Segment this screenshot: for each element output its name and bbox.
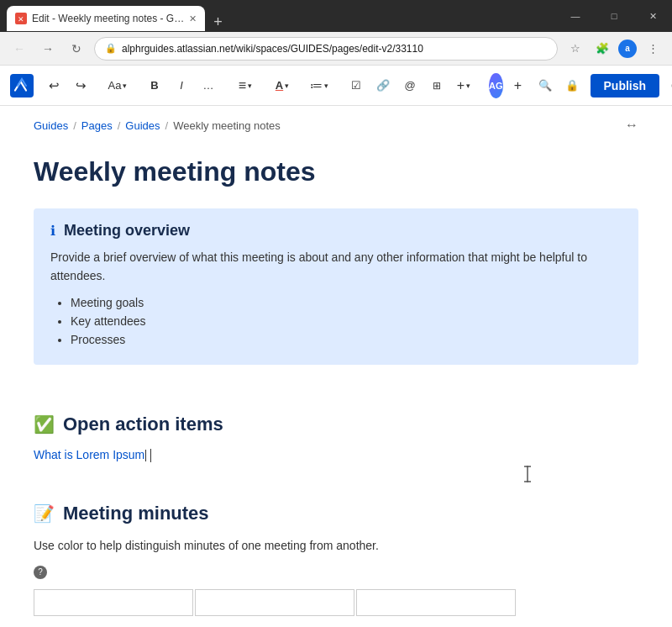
address-bar[interactable]: 🔒 alphrguides.atlassian.net/wiki/spaces/… xyxy=(94,37,558,61)
align-chevron: ▾ xyxy=(248,82,252,90)
extensions-button[interactable]: 🧩 xyxy=(591,38,613,60)
lists-button[interactable]: ≔ ▾ xyxy=(307,73,331,98)
browser-menu-button[interactable]: ⋮ xyxy=(642,38,664,60)
new-tab-button[interactable]: + xyxy=(208,13,228,31)
meeting-minutes-description: Use color to help distinguish minutes of… xyxy=(34,536,638,555)
help-icon[interactable]: ? xyxy=(34,566,47,579)
title-bar: ✕ Edit - Weekly meeting notes - G… ✕ + —… xyxy=(0,0,672,32)
meeting-minutes-title: Meeting minutes xyxy=(63,503,209,524)
text-style-chevron: ▾ xyxy=(123,82,127,90)
text-style-button[interactable]: Aa ▾ xyxy=(106,73,129,98)
browser-actions: ☆ 🧩 a ⋮ xyxy=(564,38,664,60)
add-collaborator-button[interactable]: + xyxy=(507,73,530,98)
page-title[interactable]: Weekly meeting notes xyxy=(34,155,638,188)
breadcrumb: Guides / Pages / Guides / Weekly meeting… xyxy=(34,106,638,141)
bold-label: B xyxy=(150,79,158,92)
color-chevron: ▾ xyxy=(285,82,289,90)
redo-button[interactable]: ↪ xyxy=(69,73,92,98)
list-item: Meeting goals xyxy=(71,296,622,309)
insert-plus-icon: + xyxy=(457,78,465,93)
breadcrumb-expand-btn[interactable]: ↔ xyxy=(625,118,638,133)
breadcrumb-sep-3: / xyxy=(165,119,169,132)
undo-button[interactable]: ↩ xyxy=(42,73,66,98)
text-cursor xyxy=(145,450,146,461)
breadcrumb-guides2-link[interactable]: Guides xyxy=(125,119,160,132)
text-style-label: Aa xyxy=(108,79,122,92)
section-spacing-1 xyxy=(34,388,638,414)
forward-button[interactable]: → xyxy=(37,38,59,60)
insert-checkbox-button[interactable]: ☑ xyxy=(344,73,368,98)
insert-mention-button[interactable]: @ xyxy=(398,73,422,98)
close-button[interactable]: Close xyxy=(663,74,672,97)
breadcrumb-guides-link[interactable]: Guides xyxy=(34,119,68,132)
window-controls: — □ ✕ xyxy=(556,0,672,32)
breadcrumb-sep-2: / xyxy=(118,119,121,132)
lists-chevron: ▾ xyxy=(324,82,328,90)
text-cursor-svg xyxy=(521,464,534,487)
browser-controls: ← → ↻ 🔒 alphrguides.atlassian.net/wiki/s… xyxy=(0,32,672,66)
more-text-button[interactable]: … xyxy=(197,73,220,98)
breadcrumb-pages-link[interactable]: Pages xyxy=(81,119,113,132)
reload-button[interactable]: ↻ xyxy=(66,38,87,60)
window-minimize-btn[interactable]: — xyxy=(556,0,595,32)
table-icon: ⊞ xyxy=(433,80,441,92)
text-color-label: A xyxy=(276,79,283,92)
insert-link-button[interactable]: 🔗 xyxy=(371,73,395,98)
mention-icon: @ xyxy=(404,79,415,92)
tab-close-btn[interactable]: ✕ xyxy=(189,13,197,24)
action-items-link[interactable]: What is Lorem Ipsum xyxy=(34,448,144,462)
breadcrumb-sep-1: / xyxy=(73,119,76,132)
breadcrumb-current: Weekly meeting notes xyxy=(173,119,281,132)
insert-more-button[interactable]: + ▾ xyxy=(452,73,475,98)
page-content: Guides / Pages / Guides / Weekly meeting… xyxy=(0,106,672,627)
tab-title: Edit - Weekly meeting notes - G… xyxy=(32,13,184,24)
meeting-minutes-icon: 📝 xyxy=(34,503,55,524)
open-action-items-header: ✅ Open action items xyxy=(34,414,638,435)
table-area xyxy=(34,589,638,616)
svg-text:✕: ✕ xyxy=(18,15,24,23)
italic-button[interactable]: I xyxy=(170,73,193,98)
table-cell-2[interactable] xyxy=(195,589,354,616)
align-button[interactable]: ≡ ▾ xyxy=(234,73,257,98)
info-box-description: Provide a brief overview of what this me… xyxy=(50,248,622,286)
lock-button[interactable]: 🔒 xyxy=(560,73,584,98)
search-icon: 🔍 xyxy=(538,79,552,92)
profile-button[interactable]: a xyxy=(618,40,637,58)
align-icon: ≡ xyxy=(239,78,246,93)
link-icon: 🔗 xyxy=(376,79,390,92)
avatar-initials: AG xyxy=(489,81,503,91)
info-box-list: Meeting goals Key attendees Processes xyxy=(50,296,622,346)
tab-favicon: ✕ xyxy=(15,13,27,24)
lock-icon: 🔒 xyxy=(565,79,579,92)
window-maximize-btn[interactable]: □ xyxy=(595,0,633,32)
confluence-logo[interactable] xyxy=(10,74,34,97)
publish-button[interactable]: Publish xyxy=(591,74,660,97)
bookmark-button[interactable]: ☆ xyxy=(564,38,586,60)
edit-cursor xyxy=(150,449,151,462)
insert-chevron: ▾ xyxy=(466,82,470,90)
open-action-items-title: Open action items xyxy=(63,414,223,435)
info-box-header: ℹ Meeting overview xyxy=(50,222,622,240)
checkbox-icon: ☑ xyxy=(351,79,361,92)
browser-tab-active[interactable]: ✕ Edit - Weekly meeting notes - G… ✕ xyxy=(7,6,205,31)
search-button[interactable]: 🔍 xyxy=(533,73,557,98)
meeting-minutes-section: 📝 Meeting minutes Use color to help dist… xyxy=(34,503,638,579)
meeting-minutes-header: 📝 Meeting minutes xyxy=(34,503,638,524)
table-cell-3[interactable] xyxy=(356,589,516,616)
add-icon: + xyxy=(514,78,522,93)
undo-icon: ↩ xyxy=(49,78,60,93)
window-close-btn[interactable]: ✕ xyxy=(633,0,672,32)
app-toolbar: ↩ ↪ Aa ▾ B I … ≡ ▾ A ▾ ≔ ▾ ☑ 🔗 xyxy=(0,66,672,106)
text-color-button[interactable]: A ▾ xyxy=(270,73,294,98)
more-text-icon: … xyxy=(203,79,214,92)
back-button[interactable]: ← xyxy=(8,38,30,60)
list-item: Processes xyxy=(71,333,622,346)
user-avatar-button[interactable]: AG xyxy=(489,73,503,98)
table-cell-1[interactable] xyxy=(34,589,193,616)
cursor-area xyxy=(34,471,638,496)
insert-table-button[interactable]: ⊞ xyxy=(425,73,449,98)
redo-icon: ↪ xyxy=(76,78,87,93)
lock-icon: 🔒 xyxy=(105,43,117,54)
info-icon: ℹ xyxy=(50,223,55,239)
bold-button[interactable]: B xyxy=(143,73,166,98)
